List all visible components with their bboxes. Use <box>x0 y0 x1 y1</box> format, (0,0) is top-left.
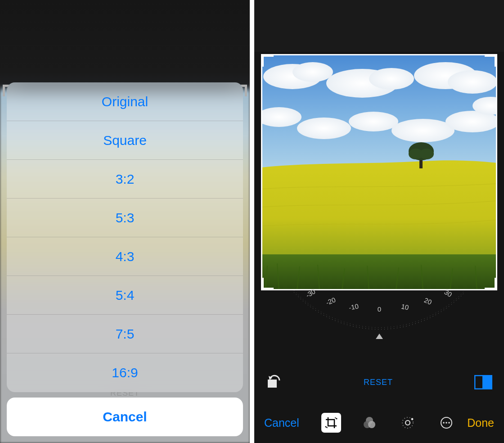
svg-point-44 <box>405 420 410 425</box>
cancel-button[interactable]: Cancel <box>264 416 299 429</box>
svg-point-49 <box>446 422 447 424</box>
svg-rect-35 <box>268 380 277 388</box>
svg-point-27 <box>419 149 434 159</box>
filters-tool-button[interactable] <box>360 413 379 433</box>
rotate-icon <box>266 373 282 389</box>
layout-gap <box>250 0 254 443</box>
aspect-option-square[interactable]: Square <box>7 121 243 160</box>
svg-text:20: 20 <box>423 296 433 306</box>
svg-rect-13 <box>261 254 497 290</box>
filters-icon <box>362 416 377 430</box>
crop-toolbar: RESET <box>254 364 504 400</box>
aspect-ratio-icon <box>474 375 492 389</box>
dial-marker-icon <box>376 334 383 339</box>
aspect-option-16-9[interactable]: 16:9 <box>7 353 243 392</box>
photo-preview <box>261 54 497 290</box>
svg-text:30: 30 <box>443 288 453 298</box>
svg-text:-20: -20 <box>324 296 336 307</box>
svg-point-6 <box>448 70 497 94</box>
adjust-tool-button[interactable] <box>398 413 418 433</box>
rotate-button[interactable] <box>266 373 282 391</box>
svg-point-43 <box>368 421 375 428</box>
aspect-option-3-2[interactable]: 3:2 <box>7 160 243 199</box>
editor-bottom-toolbar: Cancel <box>254 402 504 443</box>
crop-tool-button[interactable] <box>321 413 341 433</box>
aspect-option-list: Original Square 3:2 5:3 4:3 5:4 7:5 16:9 <box>7 82 243 392</box>
more-tool-button[interactable] <box>436 413 456 433</box>
tool-selector <box>310 413 467 433</box>
svg-point-48 <box>443 422 445 424</box>
svg-point-9 <box>349 112 398 131</box>
svg-point-2 <box>292 62 333 82</box>
svg-text:-10: -10 <box>348 302 359 312</box>
svg-point-46 <box>411 418 414 420</box>
editor-header-dim <box>254 0 504 52</box>
svg-rect-38 <box>482 375 492 389</box>
aspect-ratio-sheet-screen: RESET Original Square 3:2 5:3 4:3 5:4 7:… <box>0 0 250 443</box>
aspect-option-7-5[interactable]: 7:5 <box>7 315 243 353</box>
aspect-ratio-button[interactable] <box>474 375 492 389</box>
crop-editor-screen: -30 -20 -10 0 10 20 30 RESET Canc <box>254 0 504 443</box>
aspect-option-4-3[interactable]: 4:3 <box>7 237 243 276</box>
svg-point-8 <box>297 118 351 139</box>
aspect-ratio-action-sheet: Original Square 3:2 5:3 4:3 5:4 7:5 16:9… <box>7 82 243 436</box>
svg-text:10: 10 <box>400 303 410 312</box>
svg-point-4 <box>369 68 414 90</box>
done-button[interactable]: Done <box>467 416 494 429</box>
more-icon <box>439 416 454 430</box>
svg-text:-30: -30 <box>304 287 316 299</box>
aspect-option-original[interactable]: Original <box>7 82 243 121</box>
svg-point-50 <box>448 422 450 424</box>
cancel-button[interactable]: Cancel <box>7 398 243 436</box>
crop-icon <box>325 416 338 429</box>
straighten-dial[interactable]: -30 -20 -10 0 10 20 30 <box>254 288 504 338</box>
svg-point-10 <box>392 119 454 142</box>
aspect-option-5-4[interactable]: 5:4 <box>7 276 243 315</box>
adjust-icon <box>400 416 415 430</box>
photo-crop-area[interactable] <box>261 54 497 290</box>
svg-text:0: 0 <box>377 305 381 313</box>
dimmed-header <box>0 0 250 90</box>
reset-button[interactable]: RESET <box>364 378 393 387</box>
aspect-option-5-3[interactable]: 5:3 <box>7 199 243 237</box>
